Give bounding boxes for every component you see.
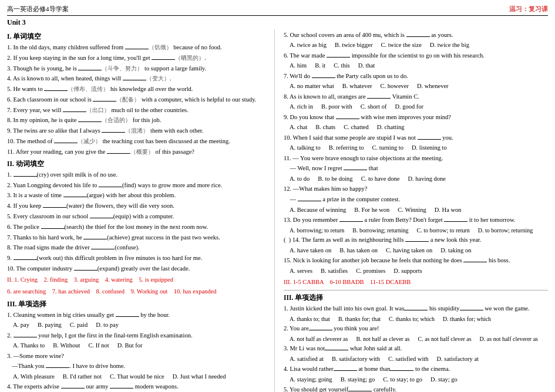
q1-10: 10. The method of （减少） the teaching cost… (7, 137, 271, 146)
divider (284, 290, 548, 290)
q1-9: 9. The twins are so alike that I always … (7, 126, 271, 136)
s4q2: 2. You are you think you are! (284, 324, 548, 333)
s4q2-choices: A. not half as cleverer asB. not half as… (290, 334, 548, 343)
s4q4-choices: A. staying; goingB. staying; goC. to sta… (290, 375, 548, 384)
q1-6: 6. Each classroom in our school is （配备） … (7, 95, 271, 104)
q3-4: 4. The experts advise our army modern we… (7, 382, 271, 391)
q3-3-choices: A. With pleasureB. I'd rather notC. That… (13, 372, 271, 381)
q3-3b: —Thank you . I have to drive home. (7, 361, 271, 371)
rq9-choices: A. chatB. chatsC. chattedD. chatting (290, 123, 548, 132)
right-questions-continued: 5. Our school covers an area of 400 mu, … (284, 31, 548, 276)
q3-1-choices: A. payB. payingC. paidD. to pay (13, 320, 271, 330)
rq15: 15. Nick is looking for another job beca… (284, 256, 548, 265)
section4-questions: 1. Justin kicked the ball into his own g… (284, 304, 548, 392)
rq14-choices: A. have taken onB. has taken onC. having… (290, 246, 548, 255)
q2-9: 9. (work out) this difficult problem in … (7, 254, 271, 263)
rq8-choices: A. rich inB. poor withC. short ofD. good… (290, 102, 548, 111)
q2-6: 6. The police (search) the thief for the… (7, 222, 271, 232)
q3-3: 3. —Some more wine? (7, 352, 271, 361)
header-left: 高一英语必修4导学案 (7, 5, 69, 13)
rq13-choices: A. borrowing; to returnB. borrowing; ret… (290, 226, 548, 235)
right-answer-key: III. 1-5 CABBA 6-10 BBADB 11-15 DCAEBB (284, 278, 548, 288)
q3-1: 1. Cleaning women in big cities usually … (7, 310, 271, 320)
rq12b: — a prize in the computer contest. (284, 195, 548, 204)
rq11a: 11. — You were brave enough to raise obj… (284, 154, 548, 163)
rq8: 8. As is known to all, oranges are Vitam… (284, 92, 548, 102)
q2-1: 1. (cry) over spilt milk is of no use. (7, 170, 271, 180)
rq15-choices: A. servesB. satisfiesC. promisesD. suppo… (290, 266, 548, 276)
q2-3: 3. It is a waste of time (argue) with he… (7, 191, 271, 200)
section2-questions: 1. (cry) over spilt milk is of no use. 2… (7, 170, 271, 273)
q1-11: 11. After your reading, can you give the… (7, 147, 271, 157)
q2-4: 4. If you keep (water) the flowers, they… (7, 201, 271, 211)
q1-3: 3. Though he is young, he is （斗争、努力） to … (7, 64, 271, 73)
section4-title: III. 单项选择 (284, 293, 548, 302)
unit-title: Unit 3 (7, 18, 548, 27)
rq13: 13. Do you remember a ruler from Betty? … (284, 215, 548, 225)
section3-title: III. 单项选择 (7, 300, 271, 309)
s4q3-choices: A. satisfied atB. satisfactory withC. sa… (290, 354, 548, 364)
q2-8: 8. The road signs made the driver (confu… (7, 243, 271, 252)
right-column: 5. Our school covers an area of 400 mu, … (281, 29, 548, 392)
q1-5: 5. He wants to （傅布、流传） his knowledge all… (7, 85, 271, 94)
q2-2: 2. Yuan Longping devoted his life to (fi… (7, 181, 271, 190)
rq11b: — Well, now I regret that (284, 164, 548, 173)
s4q1-choices: A. thanks to; thatB. thanks for; thatC. … (290, 315, 548, 323)
section2-answer2: 6. are searching 7. has achieved 8. conf… (7, 287, 271, 297)
rq5: 5. Our school covers an area of 400 mu, … (284, 31, 548, 40)
rq6: 6. The war made impossible for the scien… (284, 51, 548, 60)
section1-title: I. 单词填空 (7, 32, 271, 41)
page-header: 高一英语必修4导学案 温习：复习课 (7, 5, 548, 16)
left-column: I. 单词填空 1. In the old days, many childre… (7, 29, 275, 392)
rq12a: 12. —What makes him so happy? (284, 184, 548, 194)
header-right: 温习：复习课 (509, 5, 548, 13)
rq12-choices: A. Because of winningB. For he wonC. Win… (290, 205, 548, 215)
s4q4: 4. Lisa would rather at home than to the… (284, 364, 548, 374)
s4q3: 3. Mr Li was not what John said at all. (284, 344, 548, 353)
rq11-choices: A. to doB. to be doingC. to have doneD. … (290, 174, 548, 184)
section1-questions: 1. In the old days, many children suffer… (7, 43, 271, 157)
section2-title: II. 动词填空 (7, 160, 271, 168)
rq6-choices: A. himB. itC. thisD. that (290, 61, 548, 70)
q2-5: 5. Every classroom in our school (equip)… (7, 212, 271, 221)
q2-7: 7. Thanks to his hard work, he (achieve)… (7, 233, 271, 242)
s4q5: 5. You should get yourself carefully. (284, 385, 548, 392)
rq14: ( ) 14. The farm as well as its neighbou… (284, 235, 548, 245)
section2-answer1: II. 1. Crying 2. finding 3. arguing 4. w… (7, 275, 271, 285)
q1-8: 8. In my opinion, he is quite （合适的） for … (7, 116, 271, 125)
q1-7: 7. Every year, we will （出口） much oil to … (7, 106, 271, 115)
q3-2-choices: A. Thanks toB. WithoutC. If notD. But fo… (13, 341, 271, 350)
q1-2: 2. If you keep staying in the sun for a … (7, 53, 271, 63)
section3-questions: 1. Cleaning women in big cities usually … (7, 310, 271, 392)
q1-4: 4. As is known to all, when heated, thin… (7, 74, 271, 83)
s4q1: 1. Justin kicked the ball into his own g… (284, 304, 548, 313)
main-content: I. 单词填空 1. In the old days, many childre… (7, 29, 548, 392)
rq9: 9. Do you know that with wise men improv… (284, 113, 548, 122)
rq10: 10. When I said that some people are stu… (284, 133, 548, 143)
rq10-choices: A. talking toB. referring toC. turning t… (290, 143, 548, 153)
rq5-choices: A. twice as bigB. twice biggerC. twice t… (290, 40, 548, 50)
q1-1: 1. In the old days, many children suffer… (7, 43, 271, 52)
rq7: 7. We'll do the Party calls upon us to d… (284, 72, 548, 81)
q3-2: 2. your help, I got the first in the fin… (7, 331, 271, 340)
q2-10: 10. The computer industry (expand) great… (7, 264, 271, 273)
rq7-choices: A. no matter whatB. whateverC. howeverD.… (290, 82, 548, 91)
